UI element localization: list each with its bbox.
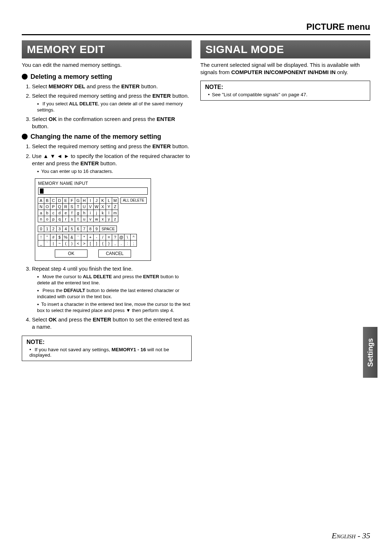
deleting-subhead: Deleting a memory setting xyxy=(22,73,192,81)
key: : xyxy=(124,240,131,247)
key: x xyxy=(99,216,106,222)
key: O xyxy=(44,203,50,210)
kbd-row-2: NOPQRSTUVWXYZ xyxy=(38,204,148,210)
key: % xyxy=(62,234,69,240)
key-space: SPACE xyxy=(99,226,117,232)
t: ENTER xyxy=(143,274,159,279)
key: } xyxy=(106,240,112,247)
key: = xyxy=(106,234,112,240)
page-header: PICTURE menu xyxy=(22,22,370,32)
key: p xyxy=(50,216,57,222)
key: t xyxy=(75,216,81,222)
key: G xyxy=(75,197,81,204)
key: z xyxy=(112,216,118,222)
cstep-1: Select the required memory setting and p… xyxy=(32,143,192,150)
key: @ xyxy=(118,234,124,240)
kbd-row-7: _`|~()<>[]{},.:; xyxy=(38,240,148,247)
step2-sub-item: If you select ALL DELETE, you can delete… xyxy=(37,101,192,113)
key: k xyxy=(99,210,106,216)
key: ` xyxy=(44,240,50,247)
key: 8 xyxy=(87,226,94,232)
key: M xyxy=(112,197,118,204)
key: j xyxy=(93,210,100,216)
key: 7 xyxy=(81,226,87,232)
key: # xyxy=(50,234,57,240)
key: g xyxy=(75,210,81,216)
key: U xyxy=(81,203,87,210)
bullet-icon xyxy=(22,134,28,139)
kbd-row1-block: ABCDEFGHIJKLMALL DELETE NOPQRSTUVWXYZ ab… xyxy=(38,198,148,222)
t: Select xyxy=(32,316,49,323)
cstep-4: Select OK and press the ENTER button to … xyxy=(32,316,192,331)
t: in the confirmation screen and press the xyxy=(57,116,156,122)
changing-steps: Select the required memory setting and p… xyxy=(22,143,192,175)
t: Select the required memory setting and p… xyxy=(32,143,152,149)
t: ENTER xyxy=(93,316,111,323)
key: ( xyxy=(62,240,69,247)
key: > xyxy=(81,240,87,247)
kbd-row-4: nopqrstuvwxyz xyxy=(38,216,148,222)
key: < xyxy=(75,240,81,247)
key: B xyxy=(44,197,50,204)
key: 3 xyxy=(56,226,63,232)
side-tab-label: Settings xyxy=(366,338,375,367)
t: ALL DELETE xyxy=(83,274,112,279)
key: & xyxy=(69,234,75,240)
kbd-cancel-button: CANCEL xyxy=(98,250,131,258)
key: ~ xyxy=(56,240,63,247)
right-note-list: See "List of compatible signals" on page… xyxy=(205,92,366,97)
key: c xyxy=(50,210,57,216)
kbd-row-3: abcdefghijklm xyxy=(38,210,148,216)
cstep3-sub3: To insert a character in the entered tex… xyxy=(37,301,192,314)
kbd-row-6: !"#$%&'*+-/=?@\^ xyxy=(38,234,148,240)
cstep-3: Repeat step 4 until you finish the text … xyxy=(32,265,192,314)
key: R xyxy=(62,203,69,210)
left-column: MEMORY EDIT You can edit the named memor… xyxy=(22,40,192,361)
left-note-title: NOTE: xyxy=(26,339,187,345)
key: - xyxy=(93,234,100,240)
right-note-item: See "List of compatible signals" on page… xyxy=(208,92,366,97)
key: D xyxy=(56,197,63,204)
key: e xyxy=(62,210,69,216)
kbd-row-1: ABCDEFGHIJKLMALL DELETE xyxy=(38,198,148,204)
header-rule xyxy=(22,34,370,35)
left-note-list: If you have not saved any settings, MEMO… xyxy=(26,347,187,358)
key: f xyxy=(69,210,75,216)
key: W xyxy=(93,203,100,210)
t: Select the required memory setting and p… xyxy=(32,93,152,99)
key: A xyxy=(38,197,44,204)
key: 9 xyxy=(93,226,100,232)
key: ; xyxy=(130,240,137,247)
key: C xyxy=(50,197,57,204)
bullet-icon xyxy=(22,74,28,80)
signal-mode-intro: The current selected signal will be disp… xyxy=(200,61,370,76)
key: E xyxy=(62,197,69,204)
t: ENTER xyxy=(157,116,175,122)
key: r xyxy=(62,216,69,222)
key: Y xyxy=(106,203,112,210)
key: T xyxy=(75,203,81,210)
t: ENTER xyxy=(152,143,171,149)
cstep3-sub1: Move the cursor to ALL DELETE and press … xyxy=(37,274,192,286)
step-3: Select OK in the confirmation screen and… xyxy=(32,116,192,130)
cstep3-sub: Move the cursor to ALL DELETE and press … xyxy=(32,274,192,313)
cstep2-sub-item: You can enter up to 16 characters. xyxy=(37,169,192,175)
changing-subhead-label: Changing the name of the memory setting xyxy=(30,133,161,141)
key: N xyxy=(38,203,44,210)
t: MEMORY1 - 16 xyxy=(111,347,146,352)
t: button. xyxy=(99,160,117,166)
t: Repeat step 4 until you finish the text … xyxy=(32,266,133,272)
t: DEFAULT xyxy=(64,288,85,293)
key: J xyxy=(93,197,100,204)
key: b xyxy=(44,210,50,216)
t: and press the xyxy=(85,83,121,89)
key: F xyxy=(69,197,75,204)
t: Move the cursor to xyxy=(42,274,83,279)
right-column: SIGNAL MODE The current selected signal … xyxy=(200,40,370,361)
key: $ xyxy=(56,234,63,240)
t: button. xyxy=(171,93,189,99)
key: X xyxy=(99,203,106,210)
t: If you select xyxy=(42,101,69,106)
key: a xyxy=(38,210,44,216)
key: i xyxy=(87,210,94,216)
